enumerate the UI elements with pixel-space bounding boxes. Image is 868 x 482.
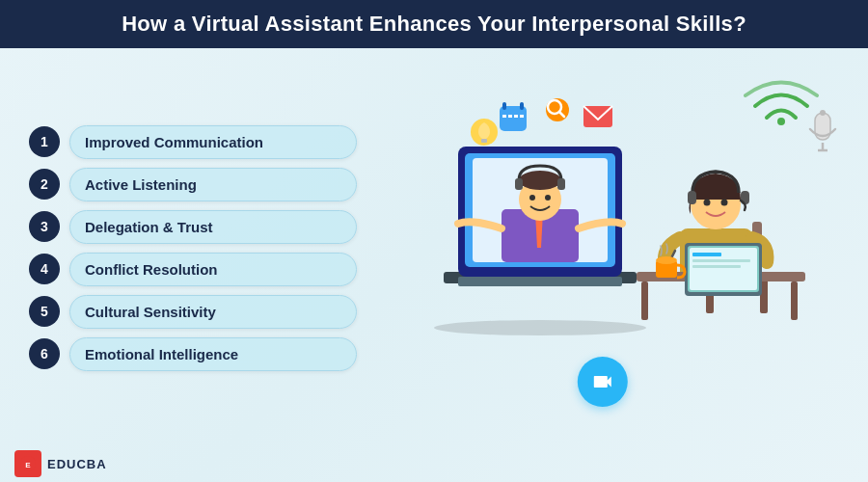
skills-list: 1 Improved Communication 2 Active Listen…: [29, 60, 357, 436]
skill-number-6: 6: [29, 338, 60, 369]
svg-rect-26: [458, 277, 622, 286]
svg-rect-53: [692, 265, 741, 268]
video-call-button[interactable]: [578, 357, 628, 407]
svg-rect-19: [520, 115, 524, 118]
svg-rect-11: [515, 178, 523, 190]
skill-label-6: Emotional Intelligence: [69, 337, 357, 371]
footer: E EDUCBA: [0, 445, 868, 482]
svg-point-10: [545, 195, 551, 201]
skill-label-4: Conflict Resolution: [69, 253, 357, 286]
svg-rect-12: [557, 178, 565, 190]
skill-number-2: 2: [29, 169, 60, 200]
svg-point-27: [777, 118, 785, 125]
svg-point-42: [721, 200, 728, 206]
skill-label-2: Active Listening: [69, 168, 357, 201]
main-content: 1 Improved Communication 2 Active Listen…: [0, 48, 868, 445]
svg-point-0: [434, 320, 646, 335]
svg-rect-51: [692, 253, 721, 256]
svg-rect-17: [508, 115, 512, 118]
svg-text:E: E: [25, 461, 31, 469]
illustrations-wrapper: [366, 60, 849, 436]
svg-rect-13: [500, 106, 527, 131]
header-title: How a Virtual Assistant Enhances Your In…: [122, 12, 746, 36]
skill-item-5: 5 Cultural Sensitivity: [29, 295, 357, 329]
skill-item-2: 2 Active Listening: [29, 168, 357, 201]
skill-item-1: 1 Improved Communication: [29, 125, 357, 159]
svg-rect-18: [514, 115, 518, 118]
skill-number-3: 3: [29, 211, 60, 242]
svg-rect-16: [502, 115, 506, 118]
svg-point-55: [656, 256, 677, 264]
svg-rect-52: [692, 259, 750, 262]
educba-logo-text: EDUCBA: [47, 457, 107, 471]
skill-label-1: Improved Communication: [69, 125, 357, 159]
skill-label-5: Cultural Sensitivity: [69, 295, 357, 329]
svg-rect-15: [520, 102, 524, 110]
skill-number-4: 4: [29, 254, 60, 284]
skill-item-3: 3 Delegation & Trust: [29, 210, 357, 244]
skill-number-1: 1: [29, 126, 60, 157]
svg-rect-43: [688, 191, 696, 204]
educba-logo-icon: E: [14, 450, 41, 477]
skill-item-6: 6 Emotional Intelligence: [29, 337, 357, 371]
svg-rect-14: [502, 102, 506, 110]
desk-person-illustration: [627, 79, 839, 349]
svg-point-8: [519, 171, 561, 190]
svg-rect-47: [791, 281, 798, 320]
skill-item-4: 4 Conflict Resolution: [29, 253, 357, 286]
page-container: How a Virtual Assistant Enhances Your In…: [0, 0, 868, 482]
svg-point-9: [529, 195, 535, 201]
svg-rect-24: [481, 139, 487, 143]
svg-rect-46: [641, 281, 648, 320]
skill-label-3: Delegation & Trust: [69, 210, 357, 244]
skill-number-5: 5: [29, 296, 60, 327]
page-header: How a Virtual Assistant Enhances Your In…: [0, 0, 868, 48]
svg-point-41: [704, 200, 711, 206]
svg-point-31: [820, 110, 826, 116]
